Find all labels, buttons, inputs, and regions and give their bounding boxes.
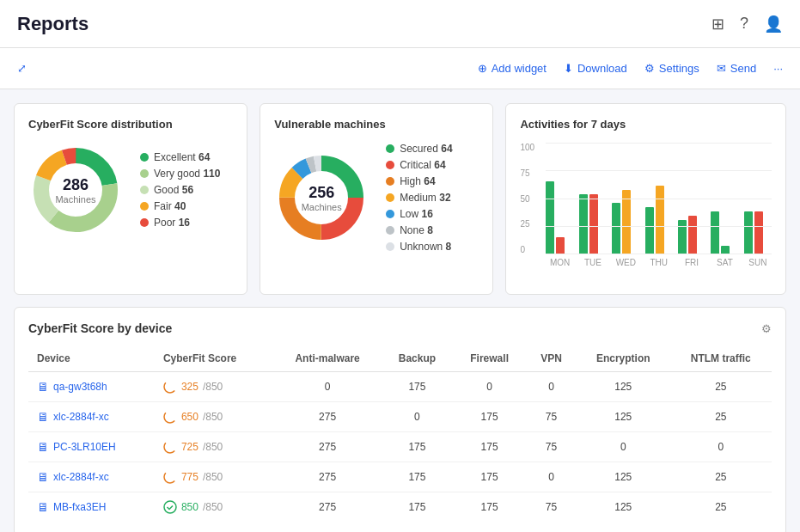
vulnerable-content: 256 Machines Secured 64 Critical 64 High… <box>274 143 479 253</box>
download-button[interactable]: ⬇ Download <box>564 62 627 75</box>
legend-label: Excellent 64 <box>154 151 210 163</box>
legend-item: Fair 40 <box>140 200 220 212</box>
y-axis-label: 100 <box>520 143 534 152</box>
send-button[interactable]: ✉ Send <box>717 62 756 75</box>
score-display: 325/850 <box>163 380 266 394</box>
score-separator: /850 <box>203 441 223 453</box>
legend-dot <box>140 169 149 178</box>
toolbar: ⤢ ⊕ Add widget ⬇ Download ⚙ Settings ✉ S… <box>0 48 800 89</box>
table-column-header: Anti-malware <box>273 345 381 372</box>
device-name: qa-gw3t68h <box>53 381 107 393</box>
table-settings-icon[interactable]: ⚙ <box>761 322 772 335</box>
table-title: CyberFit Score by device <box>28 321 172 335</box>
table-column-header: Device <box>28 345 155 372</box>
user-icon[interactable]: 👤 <box>764 15 783 34</box>
table-column-header: CyberFit Score <box>155 345 274 372</box>
device-cell: 🖥 MB-fxa3EH <box>28 492 155 523</box>
expand-button[interactable]: ⤢ <box>17 62 27 75</box>
activities-widget-title: Activities for 7 days <box>520 118 772 131</box>
device-cell: 🖥 xlc-2884f-xc <box>28 462 155 492</box>
table-body: 🖥 qa-gw3t68h 325/850 01750012525 🖥 xlc-2… <box>28 372 772 523</box>
plus-icon: ⊕ <box>478 62 487 75</box>
ntlm-cell: 25 <box>670 462 772 492</box>
bar-group <box>579 194 607 254</box>
score-perfect-icon <box>163 500 177 514</box>
score-separator: /850 <box>203 471 223 483</box>
bar-group <box>645 186 673 254</box>
vulnerable-widget-title: Vulnerable machines <box>274 118 479 131</box>
svg-point-14 <box>164 441 176 453</box>
bar-group <box>678 216 705 254</box>
ntlm-cell: 0 <box>670 432 772 462</box>
legend-item: Critical 64 <box>386 159 452 171</box>
device-link[interactable]: 🖥 xlc-2884f-xc <box>37 410 146 424</box>
legend-dot <box>386 193 394 202</box>
ntlm-cell: 25 <box>670 492 772 523</box>
table-row: 🖥 qa-gw3t68h 325/850 01750012525 <box>28 372 772 402</box>
expand-icon: ⤢ <box>17 62 27 75</box>
device-cell: 🖥 PC-3LR10EH <box>28 432 155 462</box>
device-table: DeviceCyberFit ScoreAnti-malwareBackupFi… <box>28 345 772 522</box>
add-widget-button[interactable]: ⊕ Add widget <box>478 62 547 75</box>
help-icon[interactable]: ? <box>740 15 748 33</box>
encryption-cell: 125 <box>577 372 670 402</box>
app-header: Reports ⊞ ? 👤 <box>0 0 800 48</box>
score-cell: 725/850 <box>155 432 274 462</box>
legend-item: Secured 64 <box>386 143 452 155</box>
ntlm-cell: 25 <box>670 402 772 432</box>
svg-point-16 <box>164 501 176 513</box>
chart-day-label: TUE <box>579 258 607 267</box>
score-value: 775 <box>181 471 198 483</box>
download-icon: ⬇ <box>564 62 573 75</box>
legend-dot <box>386 210 394 218</box>
score-value: 725 <box>181 441 198 453</box>
legend-item: Unknown 8 <box>386 241 452 253</box>
firewall-cell: 175 <box>453 402 526 432</box>
cyberfit-legend: Excellent 64 Very good 110 Good 56 Fair … <box>140 151 220 229</box>
device-link[interactable]: 🖥 MB-fxa3EH <box>37 500 146 514</box>
vulnerable-machines-widget: Vulnerable machines <box>260 103 493 295</box>
device-icon: 🖥 <box>37 440 49 454</box>
legend-item: High 64 <box>386 175 452 187</box>
vpn-cell: 0 <box>526 372 577 402</box>
legend-dot <box>386 226 394 235</box>
bar <box>556 237 565 254</box>
vpn-cell: 75 <box>526 492 577 523</box>
legend-label: Critical 64 <box>400 159 445 171</box>
device-name: PC-3LR10EH <box>53 441 116 453</box>
bar-group <box>744 211 772 254</box>
device-icon: 🖥 <box>37 500 49 514</box>
grid-icon[interactable]: ⊞ <box>711 15 724 34</box>
more-button[interactable]: ··· <box>773 62 783 75</box>
legend-label: Fair 40 <box>154 200 186 212</box>
bar <box>688 216 697 254</box>
bar-chart: 1007550250 MONTUEWEDTHUFRISATSUN <box>520 143 772 280</box>
score-display: 775/850 <box>163 470 266 484</box>
device-link[interactable]: 🖥 PC-3LR10EH <box>37 440 146 454</box>
encryption-cell: 125 <box>577 462 670 492</box>
chart-day-label: FRI <box>678 258 705 267</box>
device-icon: 🖥 <box>37 380 49 394</box>
bar <box>678 220 687 254</box>
chart-day-label: WED <box>612 258 639 267</box>
score-partial-icon <box>163 470 177 484</box>
table-column-header: VPN <box>526 345 577 372</box>
legend-label: None 8 <box>400 224 433 236</box>
legend-label: Poor 16 <box>154 217 190 229</box>
legend-dot <box>386 144 394 153</box>
device-link[interactable]: 🖥 qa-gw3t68h <box>37 380 146 394</box>
vulnerable-donut-label: 256 Machines <box>302 184 342 212</box>
device-icon: 🖥 <box>37 470 49 484</box>
encryption-cell: 0 <box>577 432 670 462</box>
settings-button[interactable]: ⚙ Settings <box>644 62 699 75</box>
device-cell: 🖥 xlc-2884f-xc <box>28 402 155 432</box>
bar <box>645 207 654 254</box>
legend-item: Poor 16 <box>140 217 220 229</box>
table-row: 🖥 xlc-2884f-xc 650/850 27501757512525 <box>28 402 772 432</box>
legend-item: None 8 <box>386 224 452 236</box>
bar <box>546 181 554 254</box>
score-cell: 775/850 <box>155 462 274 492</box>
chart-day-label: SAT <box>711 258 738 267</box>
device-link[interactable]: 🖥 xlc-2884f-xc <box>37 470 146 484</box>
svg-point-15 <box>164 471 176 483</box>
